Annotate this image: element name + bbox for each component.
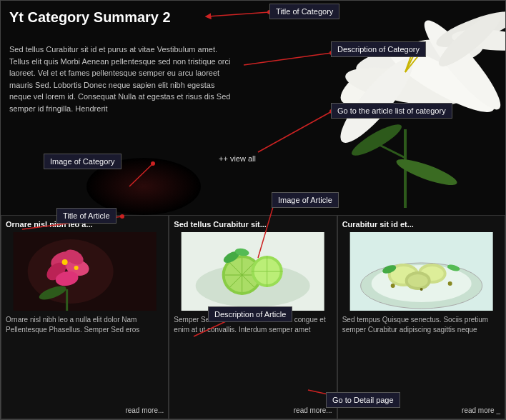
annotation-title-of-category: Title of Category [269,4,339,19]
article-desc-3: Sed tempus Quisque senectus. Sociis pret… [342,315,500,404]
read-more-1[interactable]: read more... [6,406,164,414]
main-container: Yt Category Summary 2 Sed tellus Curabit… [0,0,506,420]
svg-point-69 [407,274,427,287]
annotation-image-of-article: Image of Article [272,192,339,208]
read-more-2[interactable]: read more... [174,406,332,414]
svg-point-43 [62,259,68,265]
svg-point-71 [447,281,452,286]
article-desc-1: Ornare nisl nibh leo a nulla elit dolor … [6,315,164,404]
svg-point-72 [420,288,422,291]
article-title-2: Sed tellus Curabitur sit... [174,220,332,229]
svg-point-44 [74,266,79,270]
annotation-description-of-category: Description of Category [331,41,426,57]
annotation-title-of-article: Title of Article [56,208,116,224]
annotation-go-to-article-list: Go to the article list of category [331,103,452,119]
article-desc-2: Semper Sed eros dolor condimentum congue… [174,315,332,404]
article-title-3: Curabitur sit id et... [342,220,500,229]
annotation-go-to-detail: Go to Detail page [326,392,400,408]
annotation-description-of-article: Description of Article [208,306,292,322]
article-image-2 [174,232,332,311]
view-all-link[interactable]: ++ view all [219,154,256,163]
article-image-1 [6,232,164,311]
annotation-image-of-category: Image of Category [44,154,121,169]
article-card-1: Ornare nisl nibh leo a... [1,215,169,419]
category-description-text: Sed tellus Curabitur sit id et purus at … [9,44,238,114]
svg-point-70 [390,284,395,288]
article-card-3: Curabitur sit id et... [337,215,505,419]
main-title: Yt Category Summary 2 [9,9,171,26]
article-image-3 [342,232,500,311]
